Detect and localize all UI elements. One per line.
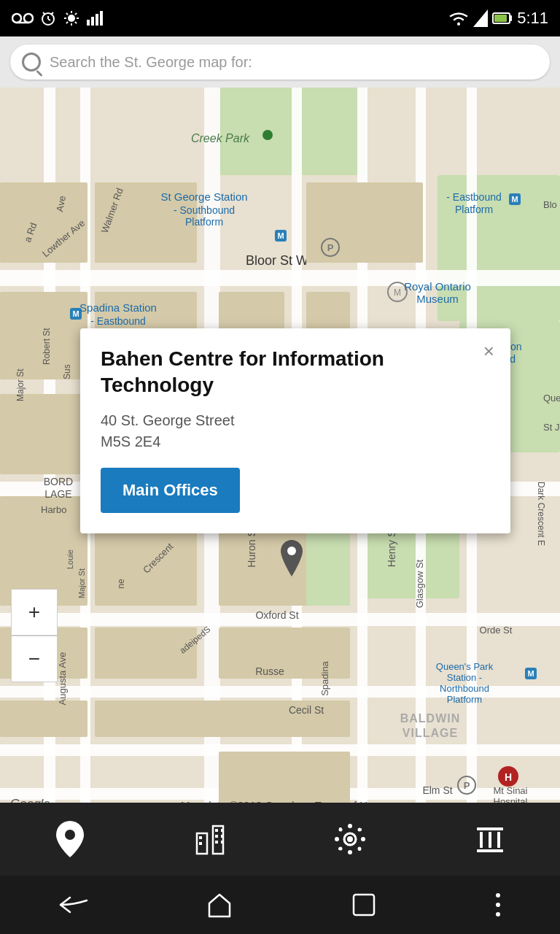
popup-postal: M5S 2E4: [101, 433, 490, 450]
svg-point-162: [347, 836, 353, 842]
svg-rect-146: [215, 829, 218, 832]
svg-text:Augusta Ave: Augusta Ave: [57, 652, 68, 706]
svg-point-170: [496, 903, 500, 907]
svg-rect-164: [480, 832, 483, 848]
svg-line-5: [48, 19, 50, 20]
svg-rect-149: [221, 829, 224, 832]
gear-icon: [334, 823, 366, 855]
pin-icon: [56, 821, 84, 857]
system-nav: [0, 876, 560, 934]
voicemail-icon: [12, 11, 34, 26]
svg-rect-144: [199, 836, 202, 839]
svg-text:ne: ne: [116, 579, 126, 589]
search-input-wrapper[interactable]: Search the St. George map for:: [10, 45, 550, 80]
svg-line-6: [43, 12, 45, 15]
main-offices-button[interactable]: Main Offices: [101, 468, 240, 513]
status-bar: 5:11: [0, 0, 560, 36]
svg-text:Elm St: Elm St: [422, 784, 452, 796]
svg-point-158: [358, 847, 362, 851]
svg-text:Cecil St: Cecil St: [289, 704, 324, 716]
svg-rect-145: [199, 842, 202, 845]
svg-text:P: P: [464, 780, 470, 791]
svg-text:Glasgow St: Glasgow St: [414, 559, 425, 608]
svg-point-21: [457, 23, 460, 26]
search-icon: [22, 53, 41, 72]
svg-rect-150: [221, 835, 224, 838]
zoom-in-button[interactable]: +: [11, 589, 58, 636]
svg-point-159: [339, 847, 343, 851]
svg-rect-165: [489, 832, 491, 848]
svg-text:M: M: [72, 309, 79, 318]
svg-text:St Jo: St Jo: [543, 422, 560, 433]
svg-text:BALDWIN: BALDWIN: [400, 712, 461, 725]
svg-text:BORD: BORD: [44, 476, 73, 487]
svg-text:Platform: Platform: [455, 204, 493, 215]
nav-item-info[interactable]: [461, 810, 519, 868]
svg-text:Station -: Station -: [447, 672, 482, 683]
svg-rect-60: [219, 628, 350, 679]
home-button[interactable]: [192, 884, 247, 925]
svg-text:Robert St: Robert St: [42, 328, 52, 365]
map-pin: [281, 540, 303, 576]
map-area[interactable]: Bloor St W HURON SUSSEX BALDWIN VILLAGE …: [0, 88, 560, 817]
more-button[interactable]: [481, 885, 516, 925]
svg-rect-147: [215, 835, 218, 838]
svg-text:Platform: Platform: [447, 694, 482, 705]
nav-item-buildings[interactable]: [181, 810, 239, 868]
svg-text:Louie: Louie: [66, 549, 74, 569]
svg-rect-24: [510, 15, 512, 21]
svg-rect-55: [0, 700, 88, 737]
alarm-icon: [39, 9, 57, 27]
battery-icon: [492, 12, 513, 25]
bottom-nav: [0, 803, 560, 876]
svg-point-169: [496, 893, 500, 898]
nav-item-settings[interactable]: [321, 810, 379, 868]
svg-point-157: [339, 828, 343, 832]
svg-text:Queen's Park: Queen's Park: [436, 661, 494, 672]
svg-rect-57: [306, 182, 423, 263]
svg-text:LAGE: LAGE: [44, 488, 71, 500]
svg-line-15: [66, 22, 68, 23]
status-icons-right: 5:11: [448, 9, 548, 28]
svg-text:Oxford St: Oxford St: [255, 609, 298, 621]
svg-rect-17: [87, 20, 90, 26]
svg-text:Royal Ontario: Royal Ontario: [404, 280, 471, 293]
svg-text:Major St: Major St: [77, 568, 86, 598]
svg-text:M: M: [277, 231, 284, 240]
svg-text:Spadina: Spadina: [319, 660, 330, 695]
home-icon: [206, 892, 233, 918]
signal-bars-icon: [86, 9, 104, 27]
svg-point-140: [287, 547, 296, 555]
svg-text:M: M: [511, 195, 518, 204]
svg-rect-167: [477, 849, 503, 852]
recents-icon: [351, 892, 377, 918]
svg-text:Harbo: Harbo: [41, 504, 66, 515]
svg-point-153: [348, 824, 352, 828]
svg-text:Major St: Major St: [15, 368, 26, 401]
svg-rect-19: [96, 14, 98, 26]
back-icon: [59, 895, 88, 915]
svg-rect-163: [477, 827, 503, 830]
buildings-icon: [194, 823, 226, 855]
svg-text:Orde St: Orde St: [480, 625, 513, 636]
svg-line-7: [51, 12, 53, 15]
search-placeholder: Search the St. George map for:: [50, 54, 252, 71]
svg-point-141: [65, 830, 75, 840]
recents-button[interactable]: [336, 884, 392, 925]
svg-text:St George Station: St George Station: [160, 190, 247, 203]
svg-rect-148: [215, 841, 218, 844]
wifi-icon: [448, 10, 469, 26]
popup-close-button[interactable]: ×: [483, 341, 494, 360]
svg-point-0: [12, 14, 21, 23]
back-button[interactable]: [44, 887, 103, 922]
zoom-out-button[interactable]: −: [11, 636, 58, 682]
svg-text:- Southbound: - Southbound: [174, 204, 235, 216]
svg-rect-20: [100, 11, 103, 26]
svg-text:Henry St: Henry St: [386, 528, 397, 568]
svg-text:Russe: Russe: [255, 665, 284, 677]
svg-line-14: [75, 22, 77, 23]
nav-item-location[interactable]: [41, 810, 99, 868]
svg-marker-22: [473, 9, 488, 27]
svg-point-1: [24, 14, 33, 23]
svg-rect-49: [0, 394, 88, 474]
